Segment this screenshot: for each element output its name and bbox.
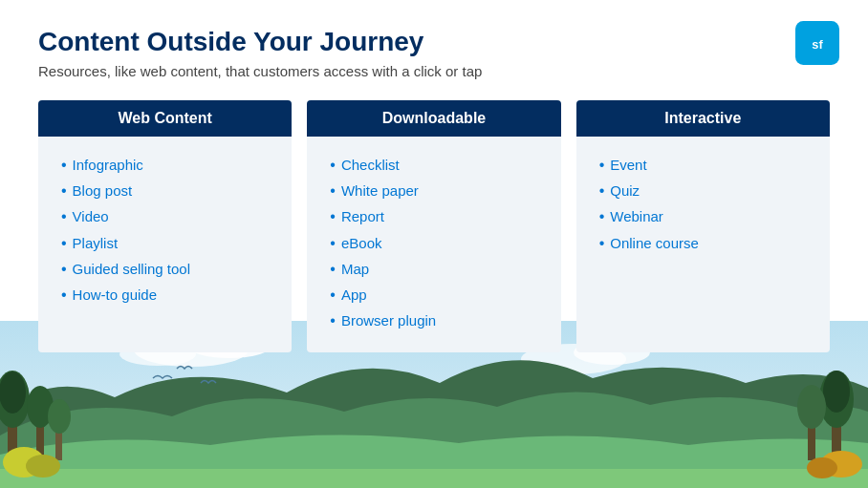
card-body-downloadable: Checklist White paper Report eBook Map A… [307,137,560,352]
svg-point-11 [0,371,26,414]
slide: sf Content Outside Your Journey Resource… [0,0,868,488]
card-downloadable: Downloadable Checklist White paper Repor… [307,100,560,352]
list-item: Video [61,203,272,229]
list-item: Browser plugin [330,308,541,333]
page-subtitle: Resources, like web content, that custom… [38,63,830,79]
svg-rect-8 [0,469,868,488]
list-item: App [330,282,541,308]
list-item: Webinar [599,203,811,229]
list-item: Quiz [599,178,811,203]
list-item: Blog post [61,178,272,203]
list-item: Map [330,256,541,282]
card-header-interactive: Interactive [576,100,830,137]
list-item: Report [330,203,541,229]
interactive-list: Event Quiz Webinar Online course [599,152,811,256]
svg-point-17 [26,455,60,477]
list-item: eBook [330,230,541,256]
header: Content Outside Your Journey Resources, … [0,0,868,89]
svg-point-22 [797,385,826,429]
list-item: Online course [599,230,811,256]
downloadable-list: Checklist White paper Report eBook Map A… [330,152,541,333]
list-item: Checklist [330,152,541,178]
svg-point-20 [823,371,850,413]
list-item: How-to guide [61,282,272,308]
list-item: Event [599,152,811,178]
card-header-web-content: Web Content [38,100,292,137]
list-item: Playlist [61,230,272,256]
svg-point-24 [807,457,837,478]
card-interactive: Interactive Event Quiz Webinar Online co… [576,100,830,352]
card-header-downloadable: Downloadable [307,100,560,137]
list-item: White paper [330,178,541,203]
web-content-list: Infographic Blog post Video Playlist Gui… [61,152,272,308]
card-web-content: Web Content Infographic Blog post Video … [38,100,292,352]
card-body-interactive: Event Quiz Webinar Online course [576,137,830,289]
list-item: Infographic [61,152,272,178]
list-item: Guided selling tool [61,256,272,282]
svg-point-15 [48,399,71,434]
card-body-web-content: Infographic Blog post Video Playlist Gui… [38,137,292,327]
cards-container: Web Content Infographic Blog post Video … [0,100,868,352]
page-title: Content Outside Your Journey [38,27,830,57]
